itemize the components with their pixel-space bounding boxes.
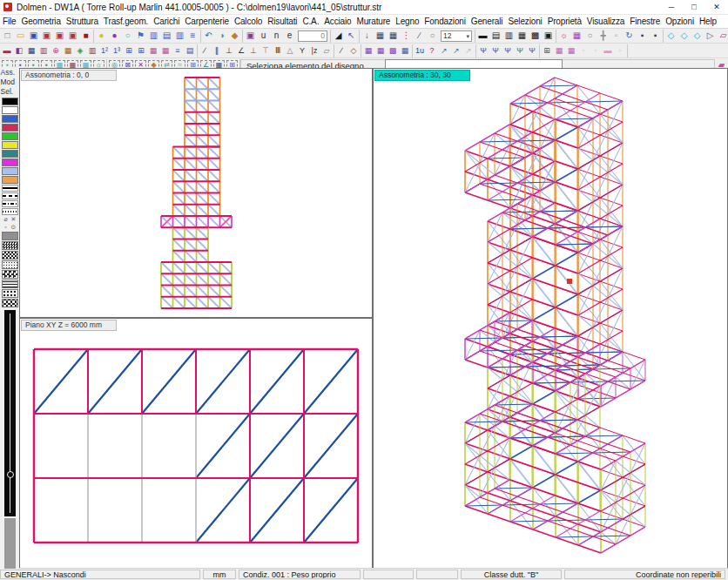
vector-3-icon[interactable]: ↗: [462, 44, 475, 57]
color-swatch-4[interactable]: [2, 132, 18, 140]
export-icon[interactable]: ▣: [66, 30, 79, 42]
zoom-window-icon[interactable]: ▫: [610, 30, 623, 42]
draw-perp-2-icon[interactable]: ⊥: [247, 44, 260, 57]
polygon-icon[interactable]: ◇: [347, 44, 360, 57]
disabled-1-icon[interactable]: ▫: [577, 44, 590, 57]
save-copy-icon[interactable]: ▣: [40, 30, 53, 42]
iso-view-1-icon[interactable]: ◇: [664, 30, 677, 42]
pattern-swatch-3[interactable]: [2, 260, 18, 269]
undo-icon[interactable]: ↶: [202, 30, 215, 42]
grid-window-icon[interactable]: ▦: [570, 30, 583, 42]
minimize-button[interactable]: ─: [660, 1, 683, 14]
menu-item-opzioni[interactable]: Opzioni: [663, 17, 697, 26]
pattern-swatch-0[interactable]: [2, 232, 18, 240]
plate-tool-icon[interactable]: ▥: [37, 44, 50, 57]
zoom-slider-handle[interactable]: [7, 471, 14, 478]
color-swatch-8[interactable]: [2, 167, 18, 175]
color-swatch-6[interactable]: [2, 150, 18, 158]
table-icon[interactable]: ⊞: [541, 44, 553, 57]
value-input[interactable]: 0: [298, 30, 327, 42]
menu-item-generali[interactable]: Generali: [468, 17, 506, 26]
maximize-button[interactable]: □: [683, 1, 705, 14]
menu-item-carpenterie[interactable]: Carpenterie: [182, 17, 232, 26]
beam-tool-icon[interactable]: ◧: [13, 44, 25, 57]
pink-bar-icon[interactable]: ▬: [602, 44, 614, 57]
shadow-icon[interactable]: ◢: [332, 30, 345, 42]
diameter-icon[interactable]: ⌀: [2, 215, 10, 223]
beam-view-1-icon[interactable]: ▥: [147, 30, 160, 42]
save-file-icon[interactable]: ▣: [27, 30, 40, 42]
zoom-slider[interactable]: [4, 310, 16, 516]
mesh-pink-1-icon[interactable]: ▦: [147, 44, 159, 57]
arrow-down-icon[interactable]: ↓: [361, 30, 374, 42]
list-table-icon[interactable]: ▤: [184, 44, 196, 57]
menu-item-carichi[interactable]: Carichi: [151, 17, 182, 26]
query-icon[interactable]: ?: [426, 44, 438, 57]
pink-grid-2-icon[interactable]: ▦: [565, 44, 577, 57]
fill-icon[interactable]: ◆: [228, 30, 241, 42]
perspective-icon[interactable]: ▷: [704, 30, 717, 42]
pen-width-icon[interactable]: ○: [426, 30, 439, 42]
color-swatch-9[interactable]: [2, 176, 18, 184]
mesh-grid-3-icon[interactable]: ▩: [387, 44, 399, 57]
viewport-elevation[interactable]: Assonometria : 0, 0: [19, 68, 373, 318]
axis-z-icon[interactable]: |z: [308, 44, 320, 57]
pan-icon[interactable]: ╋: [597, 30, 610, 42]
sphere-shaded-icon[interactable]: ●: [108, 30, 121, 42]
linestyle-solid[interactable]: [2, 185, 18, 192]
font-size-select[interactable]: 12: [441, 30, 472, 42]
vector-1-icon[interactable]: ↗: [438, 44, 450, 57]
color-swatch-7[interactable]: [2, 158, 18, 166]
draw-perp-3-icon[interactable]: ⊤: [260, 44, 272, 57]
disabled-3-icon[interactable]: ▫: [614, 44, 626, 57]
menu-item-geometria[interactable]: Geometria: [19, 17, 64, 26]
color-swatch-0[interactable]: [2, 98, 18, 105]
layout-main-icon[interactable]: ▣: [542, 30, 555, 42]
pink-grid-1-icon[interactable]: ▦: [553, 44, 565, 57]
sphere-solid-icon[interactable]: ●: [95, 30, 108, 42]
menu-item-selezioni[interactable]: Selezioni: [505, 17, 544, 26]
close-button[interactable]: ✕: [705, 1, 728, 14]
units-e-button[interactable]: e: [283, 30, 296, 42]
menu-item-trasf-geom-[interactable]: Trasf.geom.: [101, 17, 151, 26]
rotate-view-icon[interactable]: ↻: [623, 30, 636, 42]
color-swatch-5[interactable]: [2, 141, 18, 149]
layout-two-h-icon[interactable]: ▤: [489, 30, 502, 42]
regen-icon[interactable]: ☼: [557, 30, 570, 42]
color-swatch-1[interactable]: [2, 106, 18, 114]
linestyle-dashdot[interactable]: [2, 200, 18, 207]
square-icon[interactable]: ▫: [2, 223, 10, 231]
menu-item-murature[interactable]: Murature: [354, 17, 393, 26]
tree-1-icon[interactable]: Ψ: [477, 44, 489, 57]
copy-layers-2-icon[interactable]: ⊞: [135, 44, 147, 57]
color-swatch-3[interactable]: [2, 124, 18, 132]
draw-triple-icon[interactable]: Ⅲ: [272, 44, 284, 57]
shade-mode-icon[interactable]: ◑: [215, 30, 228, 42]
copy-layers-1-icon[interactable]: ⊞: [123, 44, 135, 57]
record-icon[interactable]: ■: [79, 30, 92, 42]
view-dark-1-icon[interactable]: ▪: [636, 30, 649, 42]
menu-item-help[interactable]: Help: [697, 17, 719, 26]
save-as-icon[interactable]: ▣: [53, 30, 66, 42]
tick-marks-icon[interactable]: ⋮: [400, 30, 413, 42]
flag-icon[interactable]: ⚑: [134, 30, 147, 42]
disabled-2-icon[interactable]: ▫: [590, 44, 602, 57]
beam-view-3-icon[interactable]: ▥: [173, 30, 186, 42]
sphere-wire-icon[interactable]: ○: [121, 30, 134, 42]
clip-plane-icon[interactable]: ▱: [717, 30, 728, 42]
rail-button-mod[interactable]: Mod: [0, 78, 20, 87]
mesh-grid-2-icon[interactable]: ▦: [374, 44, 387, 57]
rail-button-sel[interactable]: Sel.: [0, 87, 20, 97]
tree-5-icon[interactable]: Ψ: [526, 44, 538, 57]
draw-parallel-icon[interactable]: ∥: [211, 44, 223, 57]
render-2-icon[interactable]: ▦: [387, 30, 400, 42]
layout-single-icon[interactable]: ▬: [476, 30, 489, 42]
menu-item-visualizza[interactable]: Visualizza: [584, 17, 627, 26]
view-dark-2-icon[interactable]: ▪: [649, 30, 662, 42]
node-tool-icon[interactable]: ▬: [1, 44, 13, 57]
pattern-swatch-2[interactable]: [2, 251, 18, 260]
viewport-plan[interactable]: Piano XY Z = 6000 mm: [19, 318, 373, 569]
numbering-icon[interactable]: ▣: [244, 30, 257, 42]
menu-item-calcolo[interactable]: Calcolo: [232, 17, 265, 26]
pattern-swatch-5[interactable]: [2, 280, 18, 288]
